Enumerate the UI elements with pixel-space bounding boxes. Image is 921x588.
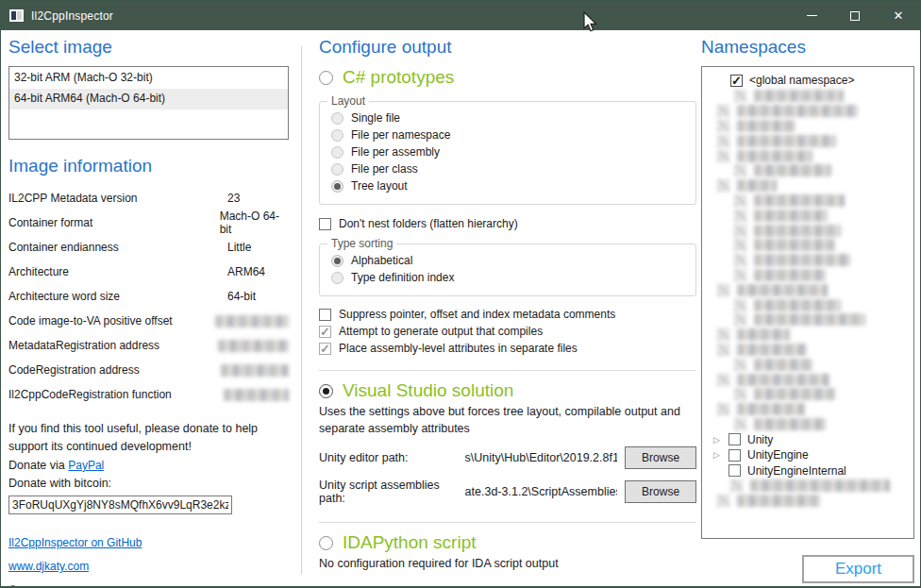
radio-file-per-assembly[interactable] bbox=[331, 146, 343, 159]
namespace-item-unity[interactable]: ▷ Unity bbox=[710, 431, 913, 447]
info-row: Il2CppCodeRegistration function bbox=[8, 382, 289, 407]
redacted-namespace-row bbox=[710, 104, 913, 119]
redacted-namespace-row bbox=[710, 133, 913, 148]
redacted-namespace-row bbox=[710, 494, 913, 509]
namespaces-list[interactable]: <global namespace> ▷ Unity ▷ UnityEngine… bbox=[701, 66, 914, 539]
redacted-namespace-row bbox=[710, 163, 913, 178]
section-divider bbox=[319, 370, 696, 371]
list-item-32bit[interactable]: 32-bit ARM (Mach-O 32-bit) bbox=[9, 68, 288, 89]
namespace-item-global[interactable]: <global namespace> bbox=[710, 72, 913, 89]
redacted-namespace-row bbox=[710, 148, 913, 163]
unity-editor-path-value[interactable]: s\Unity\Hub\Editor\2019.2.8f1 bbox=[465, 451, 618, 464]
bitcoin-label: Donate with bitcoin: bbox=[8, 477, 111, 490]
info-value: Mach-O 64-bit bbox=[220, 210, 289, 236]
configure-output-panel: Configure output C# prototypes Layout Si… bbox=[319, 37, 696, 572]
image-listbox[interactable]: 32-bit ARM (Mach-O 32-bit) 64-bit ARM64 … bbox=[8, 66, 289, 140]
sorting-option-type-definition-index[interactable]: Type definition index bbox=[331, 271, 686, 284]
redacted-namespace-row bbox=[710, 253, 913, 268]
info-label: IL2CPP Metadata version bbox=[8, 192, 227, 205]
namespaces-panel: Namespaces <global namespace> ▷ Unity ▷ … bbox=[701, 37, 914, 539]
redacted-namespace-row bbox=[710, 402, 913, 417]
info-row: Container formatMach-O 64-bit bbox=[8, 210, 289, 235]
unity-assemblies-path-label: Unity script assemblies path: bbox=[319, 479, 465, 505]
close-button[interactable]: ✕ bbox=[877, 1, 920, 30]
radio-type-definition-index[interactable] bbox=[331, 272, 343, 284]
layout-option-tree-layout[interactable]: Tree layout bbox=[331, 179, 686, 193]
info-value: ARM64 bbox=[227, 265, 265, 278]
redacted-namespace-row bbox=[710, 343, 913, 358]
list-item-64bit[interactable]: 64-bit ARM64 (Mach-O 64-bit) bbox=[9, 89, 288, 109]
unityengineinternal-checkbox[interactable] bbox=[728, 464, 741, 477]
bitcoin-address-input[interactable] bbox=[8, 496, 232, 514]
image-info-table: IL2CPP Metadata version23 Container form… bbox=[8, 186, 289, 407]
type-sorting-group-title: Type sorting bbox=[327, 237, 396, 250]
links-section: Il2CppInspector on GitHub www.djkaty.com… bbox=[8, 529, 289, 588]
info-value: Little bbox=[227, 241, 251, 254]
redacted-namespace-row bbox=[710, 193, 913, 209]
separate-attributes-checkbox-row[interactable]: Place assembly-level attributes in separ… bbox=[319, 342, 696, 355]
unity-assemblies-path-value[interactable]: ate.3d-3.1.2\ScriptAssemblies bbox=[465, 485, 618, 498]
expander-icon[interactable]: ▷ bbox=[712, 435, 722, 445]
global-namespace-label: <global namespace> bbox=[749, 74, 854, 87]
layout-option-file-per-assembly[interactable]: File per assembly bbox=[331, 145, 686, 159]
compilable-output-checkbox-row[interactable]: Attempt to generate output that compiles bbox=[319, 325, 696, 338]
csharp-radio[interactable] bbox=[319, 71, 333, 85]
sorting-option-alphabetical[interactable]: Alphabetical bbox=[331, 254, 686, 267]
flatten-hierarchy-checkbox[interactable] bbox=[319, 218, 331, 230]
unity-assemblies-path-row: Unity script assemblies path: ate.3d-3.1… bbox=[319, 479, 696, 505]
browse-assemblies-button[interactable]: Browse bbox=[625, 480, 696, 503]
idapython-radio[interactable] bbox=[319, 536, 333, 550]
namespace-item-unityengine[interactable]: ▷ UnityEngine bbox=[710, 447, 913, 463]
redacted-namespace-row bbox=[710, 479, 913, 494]
redacted-namespace-row bbox=[710, 357, 913, 372]
global-namespace-checkbox[interactable] bbox=[730, 75, 743, 87]
info-row: CodeRegistration address bbox=[8, 358, 289, 382]
radio-file-per-class[interactable] bbox=[331, 163, 343, 176]
visual-studio-radio[interactable] bbox=[319, 384, 333, 398]
visual-studio-label: Visual Studio solution bbox=[343, 380, 513, 401]
minimize-button[interactable] bbox=[790, 1, 833, 30]
flatten-hierarchy-checkbox-row[interactable]: Don't nest folders (flatten hierarchy) bbox=[319, 217, 696, 230]
layout-group-title: Layout bbox=[327, 94, 369, 108]
paypal-link[interactable]: PayPal bbox=[68, 459, 104, 472]
maximize-icon bbox=[850, 11, 860, 21]
maximize-button[interactable] bbox=[833, 1, 877, 30]
github-link[interactable]: Il2CppInspector on GitHub bbox=[8, 536, 142, 549]
radio-tree-layout[interactable] bbox=[331, 180, 343, 193]
suppress-metadata-checkbox-row[interactable]: Suppress pointer, offset and index metad… bbox=[319, 308, 696, 321]
browse-editor-button[interactable]: Browse bbox=[625, 446, 696, 469]
radio-file-per-namespace[interactable] bbox=[331, 129, 343, 142]
redacted-namespace-row bbox=[710, 312, 913, 328]
unityengine-checkbox[interactable] bbox=[728, 449, 741, 462]
visual-studio-option[interactable]: Visual Studio solution bbox=[319, 380, 696, 401]
suppress-metadata-checkbox[interactable] bbox=[319, 309, 331, 321]
title-bar: Il2CppInspector ✕ bbox=[1, 1, 920, 30]
redacted-namespace-row bbox=[710, 223, 913, 238]
select-image-heading: Select image bbox=[8, 37, 289, 58]
donate-appeal: If you find this tool useful, please don… bbox=[8, 422, 258, 453]
csharp-prototypes-option[interactable]: C# prototypes bbox=[319, 67, 696, 88]
radio-alphabetical[interactable] bbox=[331, 255, 343, 267]
unity-label: Unity bbox=[747, 433, 773, 446]
layout-option-file-per-class[interactable]: File per class bbox=[331, 162, 686, 176]
website-link[interactable]: www.djkaty.com bbox=[8, 560, 89, 573]
compilable-output-checkbox[interactable] bbox=[319, 326, 331, 338]
redacted-namespace-row bbox=[710, 268, 913, 283]
idapython-option[interactable]: IDAPython script bbox=[319, 532, 696, 553]
info-label: Architecture word size bbox=[8, 290, 227, 303]
window-title: Il2CppInspector bbox=[31, 9, 113, 23]
unity-checkbox[interactable] bbox=[728, 433, 741, 445]
idapython-label: IDAPython script bbox=[343, 532, 477, 553]
unityengine-label: UnityEngine bbox=[747, 448, 809, 462]
export-button[interactable]: Export bbox=[802, 555, 914, 583]
layout-option-single-file[interactable]: Single file bbox=[331, 111, 686, 125]
namespace-item-unityengineinternal[interactable]: UnityEngineInternal bbox=[710, 462, 913, 479]
copyright-text: © Katy Coe 2017-2020 bbox=[8, 584, 128, 588]
radio-single-file[interactable] bbox=[331, 112, 343, 125]
separate-attributes-checkbox[interactable] bbox=[319, 343, 331, 355]
info-row: IL2CPP Metadata version23 bbox=[8, 186, 289, 210]
info-value: 23 bbox=[227, 192, 240, 205]
layout-option-file-per-namespace[interactable]: File per namespace bbox=[331, 128, 686, 142]
expander-icon[interactable]: ▷ bbox=[712, 450, 722, 460]
redacted-namespace-row bbox=[710, 208, 913, 223]
